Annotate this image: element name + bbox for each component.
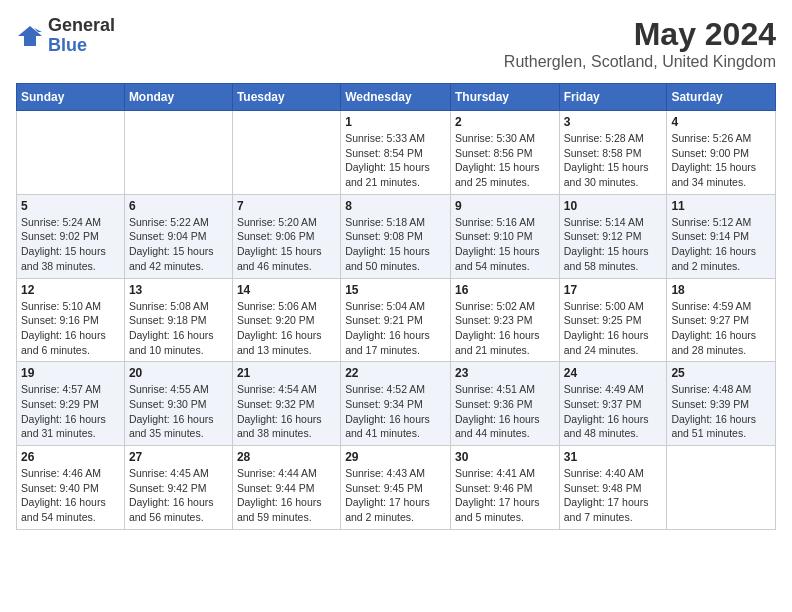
column-header-tuesday: Tuesday [232, 84, 340, 111]
day-info: Sunrise: 5:10 AM Sunset: 9:16 PM Dayligh… [21, 299, 120, 358]
day-info: Sunrise: 4:57 AM Sunset: 9:29 PM Dayligh… [21, 382, 120, 441]
calendar-cell: 19Sunrise: 4:57 AM Sunset: 9:29 PM Dayli… [17, 362, 125, 446]
calendar-cell: 1Sunrise: 5:33 AM Sunset: 8:54 PM Daylig… [341, 111, 451, 195]
day-number: 31 [564, 450, 663, 464]
calendar-cell [232, 111, 340, 195]
calendar-cell: 14Sunrise: 5:06 AM Sunset: 9:20 PM Dayli… [232, 278, 340, 362]
calendar-cell: 10Sunrise: 5:14 AM Sunset: 9:12 PM Dayli… [559, 194, 667, 278]
day-number: 26 [21, 450, 120, 464]
calendar-cell: 2Sunrise: 5:30 AM Sunset: 8:56 PM Daylig… [450, 111, 559, 195]
day-info: Sunrise: 4:59 AM Sunset: 9:27 PM Dayligh… [671, 299, 771, 358]
day-info: Sunrise: 4:54 AM Sunset: 9:32 PM Dayligh… [237, 382, 336, 441]
calendar-cell: 24Sunrise: 4:49 AM Sunset: 9:37 PM Dayli… [559, 362, 667, 446]
logo-blue-text: Blue [48, 36, 115, 56]
day-info: Sunrise: 4:44 AM Sunset: 9:44 PM Dayligh… [237, 466, 336, 525]
column-header-sunday: Sunday [17, 84, 125, 111]
day-info: Sunrise: 4:48 AM Sunset: 9:39 PM Dayligh… [671, 382, 771, 441]
day-number: 6 [129, 199, 228, 213]
calendar-cell [667, 446, 776, 530]
day-number: 16 [455, 283, 555, 297]
calendar-cell: 16Sunrise: 5:02 AM Sunset: 9:23 PM Dayli… [450, 278, 559, 362]
day-info: Sunrise: 5:28 AM Sunset: 8:58 PM Dayligh… [564, 131, 663, 190]
day-info: Sunrise: 5:20 AM Sunset: 9:06 PM Dayligh… [237, 215, 336, 274]
column-header-saturday: Saturday [667, 84, 776, 111]
day-info: Sunrise: 5:06 AM Sunset: 9:20 PM Dayligh… [237, 299, 336, 358]
day-number: 11 [671, 199, 771, 213]
day-info: Sunrise: 4:45 AM Sunset: 9:42 PM Dayligh… [129, 466, 228, 525]
column-header-wednesday: Wednesday [341, 84, 451, 111]
day-number: 3 [564, 115, 663, 129]
day-info: Sunrise: 4:51 AM Sunset: 9:36 PM Dayligh… [455, 382, 555, 441]
calendar-cell: 3Sunrise: 5:28 AM Sunset: 8:58 PM Daylig… [559, 111, 667, 195]
calendar-cell: 9Sunrise: 5:16 AM Sunset: 9:10 PM Daylig… [450, 194, 559, 278]
day-number: 29 [345, 450, 446, 464]
day-number: 2 [455, 115, 555, 129]
calendar-cell: 29Sunrise: 4:43 AM Sunset: 9:45 PM Dayli… [341, 446, 451, 530]
month-year-title: May 2024 [504, 16, 776, 53]
day-info: Sunrise: 4:43 AM Sunset: 9:45 PM Dayligh… [345, 466, 446, 525]
day-info: Sunrise: 4:49 AM Sunset: 9:37 PM Dayligh… [564, 382, 663, 441]
calendar-week-row: 19Sunrise: 4:57 AM Sunset: 9:29 PM Dayli… [17, 362, 776, 446]
calendar-cell: 20Sunrise: 4:55 AM Sunset: 9:30 PM Dayli… [124, 362, 232, 446]
calendar-cell [17, 111, 125, 195]
day-info: Sunrise: 4:52 AM Sunset: 9:34 PM Dayligh… [345, 382, 446, 441]
calendar-cell: 11Sunrise: 5:12 AM Sunset: 9:14 PM Dayli… [667, 194, 776, 278]
calendar-cell: 21Sunrise: 4:54 AM Sunset: 9:32 PM Dayli… [232, 362, 340, 446]
day-number: 25 [671, 366, 771, 380]
calendar-cell [124, 111, 232, 195]
day-number: 12 [21, 283, 120, 297]
day-number: 20 [129, 366, 228, 380]
day-info: Sunrise: 5:12 AM Sunset: 9:14 PM Dayligh… [671, 215, 771, 274]
column-header-thursday: Thursday [450, 84, 559, 111]
day-info: Sunrise: 5:26 AM Sunset: 9:00 PM Dayligh… [671, 131, 771, 190]
calendar-cell: 4Sunrise: 5:26 AM Sunset: 9:00 PM Daylig… [667, 111, 776, 195]
calendar-table: SundayMondayTuesdayWednesdayThursdayFrid… [16, 83, 776, 530]
day-number: 27 [129, 450, 228, 464]
day-info: Sunrise: 5:14 AM Sunset: 9:12 PM Dayligh… [564, 215, 663, 274]
day-number: 22 [345, 366, 446, 380]
calendar-cell: 22Sunrise: 4:52 AM Sunset: 9:34 PM Dayli… [341, 362, 451, 446]
day-info: Sunrise: 5:18 AM Sunset: 9:08 PM Dayligh… [345, 215, 446, 274]
day-number: 15 [345, 283, 446, 297]
day-number: 21 [237, 366, 336, 380]
day-number: 10 [564, 199, 663, 213]
day-info: Sunrise: 5:02 AM Sunset: 9:23 PM Dayligh… [455, 299, 555, 358]
calendar-cell: 23Sunrise: 4:51 AM Sunset: 9:36 PM Dayli… [450, 362, 559, 446]
day-number: 14 [237, 283, 336, 297]
day-number: 24 [564, 366, 663, 380]
calendar-cell: 13Sunrise: 5:08 AM Sunset: 9:18 PM Dayli… [124, 278, 232, 362]
day-info: Sunrise: 5:24 AM Sunset: 9:02 PM Dayligh… [21, 215, 120, 274]
day-info: Sunrise: 5:08 AM Sunset: 9:18 PM Dayligh… [129, 299, 228, 358]
day-number: 5 [21, 199, 120, 213]
day-number: 28 [237, 450, 336, 464]
calendar-cell: 28Sunrise: 4:44 AM Sunset: 9:44 PM Dayli… [232, 446, 340, 530]
day-number: 17 [564, 283, 663, 297]
day-number: 30 [455, 450, 555, 464]
logo-general-text: General [48, 16, 115, 36]
calendar-cell: 6Sunrise: 5:22 AM Sunset: 9:04 PM Daylig… [124, 194, 232, 278]
day-number: 8 [345, 199, 446, 213]
day-number: 13 [129, 283, 228, 297]
day-info: Sunrise: 5:04 AM Sunset: 9:21 PM Dayligh… [345, 299, 446, 358]
day-info: Sunrise: 4:46 AM Sunset: 9:40 PM Dayligh… [21, 466, 120, 525]
calendar-cell: 5Sunrise: 5:24 AM Sunset: 9:02 PM Daylig… [17, 194, 125, 278]
calendar-cell: 30Sunrise: 4:41 AM Sunset: 9:46 PM Dayli… [450, 446, 559, 530]
calendar-cell: 15Sunrise: 5:04 AM Sunset: 9:21 PM Dayli… [341, 278, 451, 362]
day-info: Sunrise: 5:16 AM Sunset: 9:10 PM Dayligh… [455, 215, 555, 274]
calendar-week-row: 12Sunrise: 5:10 AM Sunset: 9:16 PM Dayli… [17, 278, 776, 362]
day-info: Sunrise: 5:22 AM Sunset: 9:04 PM Dayligh… [129, 215, 228, 274]
column-header-monday: Monday [124, 84, 232, 111]
calendar-week-row: 1Sunrise: 5:33 AM Sunset: 8:54 PM Daylig… [17, 111, 776, 195]
calendar-cell: 7Sunrise: 5:20 AM Sunset: 9:06 PM Daylig… [232, 194, 340, 278]
day-info: Sunrise: 5:00 AM Sunset: 9:25 PM Dayligh… [564, 299, 663, 358]
day-number: 4 [671, 115, 771, 129]
day-info: Sunrise: 5:30 AM Sunset: 8:56 PM Dayligh… [455, 131, 555, 190]
day-number: 23 [455, 366, 555, 380]
day-number: 19 [21, 366, 120, 380]
calendar-cell: 12Sunrise: 5:10 AM Sunset: 9:16 PM Dayli… [17, 278, 125, 362]
title-block: May 2024 Rutherglen, Scotland, United Ki… [504, 16, 776, 71]
location-subtitle: Rutherglen, Scotland, United Kingdom [504, 53, 776, 71]
day-number: 1 [345, 115, 446, 129]
calendar-week-row: 26Sunrise: 4:46 AM Sunset: 9:40 PM Dayli… [17, 446, 776, 530]
calendar-cell: 25Sunrise: 4:48 AM Sunset: 9:39 PM Dayli… [667, 362, 776, 446]
